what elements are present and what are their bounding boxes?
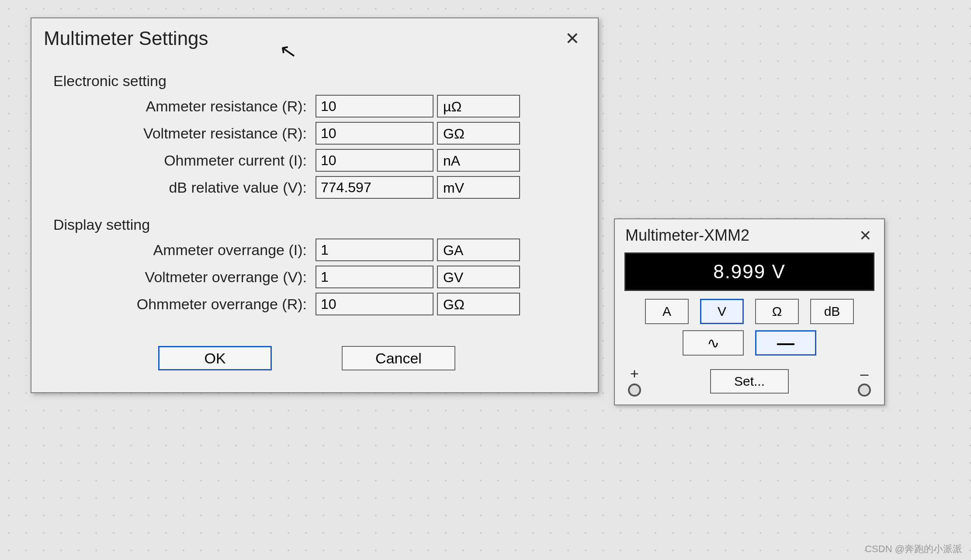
voltmeter-overrange-unit[interactable]: GV bbox=[437, 266, 520, 288]
meter-reading: 8.999 V bbox=[624, 252, 874, 291]
negative-terminal-jack[interactable] bbox=[858, 384, 871, 397]
voltmeter-resistance-row: Voltmeter resistance (R): GΩ bbox=[49, 122, 580, 145]
voltmeter-resistance-unit[interactable]: GΩ bbox=[437, 122, 520, 145]
dialog-title: Multimeter Settings bbox=[44, 28, 208, 49]
ohmmeter-current-unit[interactable]: nA bbox=[437, 149, 520, 172]
meter-bottom-row: + Set... – bbox=[615, 362, 884, 397]
ohmmeter-current-row: Ohmmeter current (I): nA bbox=[49, 149, 580, 172]
ammeter-overrange-row: Ammeter overrange (I): GA bbox=[49, 239, 580, 261]
close-icon[interactable]: ✕ bbox=[855, 225, 875, 245]
voltmeter-overrange-row: Voltmeter overrange (V): GV bbox=[49, 266, 580, 288]
ammeter-resistance-input[interactable] bbox=[316, 95, 433, 118]
ammeter-overrange-unit[interactable]: GA bbox=[437, 239, 520, 261]
watermark-text: CSDN @奔跑的小派派 bbox=[865, 543, 962, 556]
electronic-setting-group: Electronic setting Ammeter resistance (R… bbox=[49, 73, 580, 199]
minus-icon: – bbox=[860, 366, 869, 381]
negative-terminal[interactable]: – bbox=[858, 366, 871, 397]
multimeter-window: Multimeter-XMM2 ✕ 8.999 V A V Ω dB ∿ — +… bbox=[614, 218, 885, 405]
ammeter-resistance-unit[interactable]: µΩ bbox=[437, 95, 520, 118]
ac-button[interactable]: ∿ bbox=[683, 330, 744, 356]
signal-type-row: ∿ — bbox=[615, 330, 884, 356]
positive-terminal[interactable]: + bbox=[628, 366, 641, 397]
voltmeter-resistance-input[interactable] bbox=[316, 122, 433, 145]
dialog-titlebar: Multimeter Settings ✕ bbox=[31, 18, 598, 55]
plus-icon: + bbox=[630, 366, 639, 381]
ammeter-overrange-label: Ammeter overrange (I): bbox=[49, 242, 316, 259]
set-button[interactable]: Set... bbox=[710, 369, 789, 394]
dc-line-icon: — bbox=[777, 333, 794, 353]
db-relative-row: dB relative value (V): mV bbox=[49, 176, 580, 199]
positive-terminal-jack[interactable] bbox=[628, 384, 641, 397]
dialog-button-row: OK Cancel bbox=[49, 333, 580, 379]
ohmmeter-current-input[interactable] bbox=[316, 149, 433, 172]
dc-button[interactable]: — bbox=[755, 330, 816, 356]
db-relative-input[interactable] bbox=[316, 176, 433, 199]
db-relative-unit[interactable]: mV bbox=[437, 176, 520, 199]
mode-db-button[interactable]: dB bbox=[810, 299, 854, 324]
meter-title: Multimeter-XMM2 bbox=[625, 226, 749, 245]
multimeter-settings-dialog: Multimeter Settings ✕ Electronic setting… bbox=[31, 17, 599, 393]
ohmmeter-current-label: Ohmmeter current (I): bbox=[49, 152, 316, 169]
ohmmeter-overrange-input[interactable] bbox=[316, 293, 433, 315]
voltmeter-resistance-label: Voltmeter resistance (R): bbox=[49, 125, 316, 142]
ohmmeter-overrange-label: Ohmmeter overrange (R): bbox=[49, 296, 316, 313]
mode-volt-button[interactable]: V bbox=[700, 299, 744, 324]
display-setting-title: Display setting bbox=[53, 216, 580, 233]
display-setting-group: Display setting Ammeter overrange (I): G… bbox=[49, 216, 580, 315]
ammeter-overrange-input[interactable] bbox=[316, 239, 433, 261]
db-relative-label: dB relative value (V): bbox=[49, 179, 316, 196]
cancel-button[interactable]: Cancel bbox=[342, 346, 455, 370]
ohmmeter-overrange-unit[interactable]: GΩ bbox=[437, 293, 520, 315]
meter-titlebar: Multimeter-XMM2 ✕ bbox=[615, 219, 884, 250]
mode-ampere-button[interactable]: A bbox=[645, 299, 689, 324]
ohmmeter-overrange-row: Ohmmeter overrange (R): GΩ bbox=[49, 293, 580, 315]
voltmeter-overrange-label: Voltmeter overrange (V): bbox=[49, 269, 316, 286]
ammeter-resistance-row: Ammeter resistance (R): µΩ bbox=[49, 95, 580, 118]
ok-button[interactable]: OK bbox=[158, 346, 272, 370]
sine-wave-icon: ∿ bbox=[707, 334, 719, 352]
close-icon[interactable]: ✕ bbox=[559, 25, 586, 52]
electronic-setting-title: Electronic setting bbox=[53, 73, 580, 90]
mode-ohm-button[interactable]: Ω bbox=[755, 299, 799, 324]
dialog-body: Electronic setting Ammeter resistance (R… bbox=[31, 55, 598, 392]
voltmeter-overrange-input[interactable] bbox=[316, 266, 433, 288]
measurement-mode-row: A V Ω dB bbox=[615, 299, 884, 324]
ammeter-resistance-label: Ammeter resistance (R): bbox=[49, 98, 316, 115]
